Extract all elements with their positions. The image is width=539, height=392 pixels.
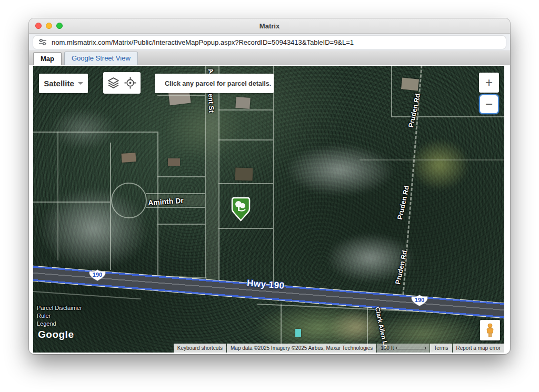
parcel-line [110, 143, 111, 270]
house-roof [168, 158, 180, 166]
scale-control: 100 ft [377, 344, 430, 353]
route-number: 190 [88, 269, 107, 282]
house-roof [121, 153, 136, 163]
map-attribution: Map data ©2025 Imagery ©2025 Airbus, Max… [227, 344, 376, 353]
scale-bar [396, 347, 426, 349]
parcel-line [146, 207, 205, 208]
dropdown-caret-icon [78, 82, 83, 85]
map-footer: Keyboard shortcuts Map data ©2025 Imager… [174, 344, 504, 353]
clearing [410, 139, 469, 190]
scale-label: 100 ft [381, 345, 394, 351]
clearing [165, 97, 244, 160]
map-type-button[interactable]: Satellite [39, 74, 88, 93]
map-overlay-links: Parcel Disclaimer Ruler Legend [37, 305, 82, 327]
cloud-patch [285, 144, 395, 196]
pegman-button[interactable] [480, 320, 500, 340]
fullscreen-button[interactable] [56, 23, 63, 29]
zoom-in-button[interactable]: + [479, 73, 499, 93]
cul-de-sac-outline [111, 183, 147, 218]
parcel-line [273, 66, 274, 284]
map-tools [103, 72, 141, 94]
tab-map[interactable]: Map [33, 52, 62, 65]
parcel-line [218, 66, 219, 282]
zoom-out-button[interactable]: − [479, 94, 499, 114]
terms-link[interactable]: Terms [430, 344, 452, 353]
traffic-lights [35, 18, 63, 33]
swimming-pool [295, 329, 301, 337]
house-roof [235, 167, 253, 180]
route-190-shield: 190 [88, 269, 107, 282]
zoom-controls: + − [479, 73, 499, 114]
parcel-line [33, 202, 110, 203]
parcel-line [157, 95, 205, 96]
parcel-line [218, 183, 273, 184]
map-type-label: Satellite [44, 79, 74, 88]
cloud-patch [49, 108, 117, 150]
legend-link[interactable]: Legend [37, 320, 82, 327]
parcel-line [157, 224, 205, 225]
report-map-error-link[interactable]: Report a map error [453, 344, 504, 353]
browser-window: Matrix nom.mlsmatrix.com/Matrix/Public/I… [29, 18, 510, 354]
parcel-line [360, 159, 504, 160]
titlebar: Matrix [29, 18, 510, 34]
keyboard-shortcuts-button[interactable]: Keyboard shortcuts [174, 344, 226, 353]
parcel-disclaimer-link[interactable]: Parcel Disclaimer [37, 305, 82, 311]
close-button[interactable] [35, 23, 42, 29]
window-title: Matrix [259, 22, 280, 30]
layers-icon[interactable] [107, 76, 120, 89]
house-roof [235, 97, 250, 109]
parcel-line [391, 116, 504, 117]
ruler-link[interactable]: Ruler [37, 313, 82, 319]
locate-icon[interactable] [124, 76, 137, 89]
google-logo[interactable]: Google [38, 329, 74, 340]
tab-bar: Map Google Street View [29, 51, 510, 65]
parcel-line [218, 228, 273, 229]
parcel-line [57, 132, 58, 260]
tab-google-street-view[interactable]: Google Street View [64, 52, 138, 65]
url-text: nom.mlsmatrix.com/Matrix/Public/Interact… [52, 38, 354, 46]
pegman-icon [484, 323, 496, 338]
map-canvas[interactable]: 190 190 Hwy 190 Aminth Dr A ment St Prud… [33, 66, 504, 353]
site-settings-icon[interactable] [38, 38, 47, 46]
house-roof [401, 77, 419, 91]
parcel-line [157, 176, 205, 177]
parcel-line [391, 66, 392, 116]
parcel-line [146, 193, 205, 194]
parcel-line [218, 109, 273, 110]
property-marker[interactable] [231, 197, 251, 222]
minimize-button[interactable] [46, 23, 52, 29]
parcel-line [33, 132, 157, 133]
route-number: 190 [410, 294, 429, 307]
banner-text: Click any parcel for parcel details. [165, 80, 271, 87]
route-190-shield: 190 [410, 294, 429, 307]
parcel-hint-banner: Click any parcel for parcel details. [155, 74, 274, 93]
parcel-line [218, 139, 273, 140]
address-bar[interactable]: nom.mlsmatrix.com/Matrix/Public/Interact… [33, 36, 506, 49]
address-bar-row: nom.mlsmatrix.com/Matrix/Public/Interact… [29, 34, 510, 51]
